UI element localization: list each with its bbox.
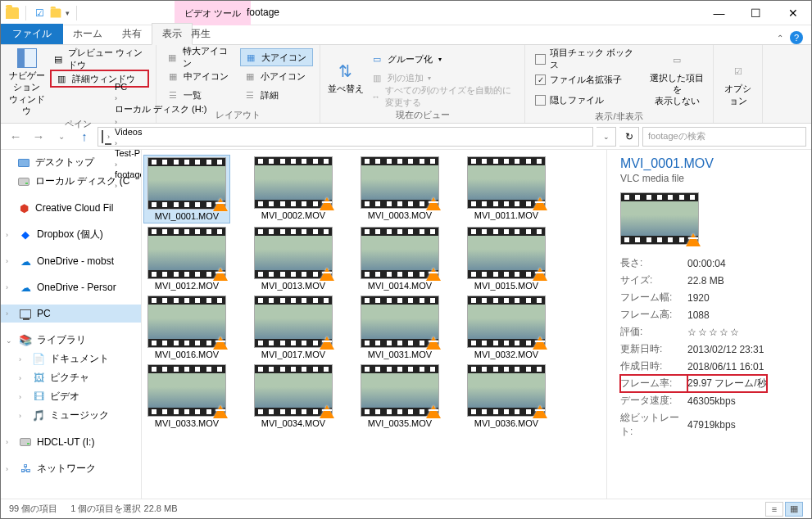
- sidebar-item-documents[interactable]: ›📄ドキュメント: [1, 350, 141, 368]
- file-name: MVI_0017.MOV: [261, 350, 325, 359]
- breadcrumb-segment[interactable]: PC: [112, 82, 209, 92]
- small-icons-button[interactable]: ▦小アイコン: [240, 67, 314, 85]
- minimize-button[interactable]: —: [701, 1, 737, 25]
- sort-button[interactable]: ⇅ 並べ替え: [327, 48, 364, 107]
- expand-icon[interactable]: ›: [6, 231, 14, 239]
- pc-icon: [19, 307, 32, 320]
- file-item[interactable]: MVI_0012.MOV: [143, 225, 230, 292]
- chevron-right-icon[interactable]: ›: [112, 94, 120, 102]
- qat-check-icon[interactable]: ☑: [33, 7, 46, 20]
- vlc-icon: [320, 197, 334, 210]
- property-label: 更新日時:: [620, 341, 687, 358]
- sidebar-item-local-disk[interactable]: ローカル ディスク (C: [1, 172, 141, 191]
- file-extensions-toggle[interactable]: ✓ファイル名拡張子: [532, 70, 645, 88]
- collapse-ribbon-icon[interactable]: ⌃: [777, 34, 783, 43]
- file-item[interactable]: MVI_0033.MOV: [143, 363, 230, 430]
- file-item[interactable]: MVI_0001.MOV: [143, 155, 230, 223]
- sidebar-item-pc[interactable]: ›PC: [1, 305, 141, 323]
- breadcrumb-segment[interactable]: Videos: [112, 127, 209, 137]
- preview-pane-icon: ▤: [53, 52, 64, 65]
- chevron-right-icon[interactable]: ›: [112, 118, 120, 126]
- file-item[interactable]: MVI_0014.MOV: [356, 225, 443, 292]
- vlc-icon: [533, 268, 547, 281]
- sidebar-item-network[interactable]: ›🖧ネットワーク: [1, 459, 141, 478]
- item-checkboxes-toggle[interactable]: 項目チェック ボックス: [532, 50, 645, 68]
- sidebar-item-onedrive-1[interactable]: ›☁OneDrive - mobst: [1, 252, 141, 270]
- search-input[interactable]: footageの検索: [642, 127, 806, 147]
- expand-icon[interactable]: ›: [19, 355, 27, 363]
- navigation-pane-button[interactable]: ナビゲーション ウィンドウ: [7, 48, 47, 116]
- expand-icon[interactable]: ›: [6, 465, 14, 473]
- expand-icon[interactable]: ›: [19, 412, 27, 420]
- sidebar-item-music[interactable]: ›🎵ミュージック: [1, 406, 141, 425]
- file-list[interactable]: MVI_0001.MOVMVI_0002.MOVMVI_0003.MOVMVI_…: [142, 150, 606, 499]
- sidebar-item-libraries[interactable]: ⌄📚ライブラリ: [1, 331, 141, 350]
- maximize-button[interactable]: ☐: [737, 1, 774, 25]
- recent-button[interactable]: ⌄: [52, 127, 71, 147]
- expand-icon[interactable]: ›: [6, 309, 14, 318]
- qat-menu-icon[interactable]: ▾: [66, 9, 70, 17]
- thumbnails-view-toggle[interactable]: ▦: [785, 502, 803, 517]
- property-value: 2013/02/12 23:31: [687, 341, 767, 358]
- hidden-files-toggle[interactable]: 隠しファイル: [532, 91, 645, 109]
- file-item[interactable]: MVI_0031.MOV: [356, 294, 443, 361]
- history-button[interactable]: ⌄: [597, 127, 616, 147]
- expand-icon[interactable]: ›: [19, 374, 27, 382]
- group-label-show-hide: 表示/非表示: [532, 109, 706, 123]
- property-label: 長さ:: [620, 255, 687, 272]
- chevron-right-icon[interactable]: ›: [105, 133, 112, 141]
- breadcrumb-segment[interactable]: ローカル ディスク (H:): [112, 103, 209, 115]
- file-item[interactable]: MVI_0032.MOV: [463, 294, 550, 361]
- property-label: サイズ:: [620, 272, 687, 289]
- sidebar-item-dropbox[interactable]: ›◆Dropbox (個人): [1, 225, 141, 244]
- sidebar-item-video[interactable]: ›🎞ビデオ: [1, 387, 141, 406]
- expand-icon[interactable]: ›: [6, 283, 14, 291]
- tab-play[interactable]: 再生: [175, 24, 227, 44]
- expand-icon[interactable]: ›: [6, 438, 14, 446]
- preview-pane-button[interactable]: ▤プレビュー ウィンドウ: [50, 50, 149, 68]
- file-item[interactable]: MVI_0035.MOV: [356, 363, 443, 430]
- large-icons-button[interactable]: ▦大アイコン: [240, 48, 314, 66]
- file-item[interactable]: MVI_0011.MOV: [463, 155, 550, 223]
- back-button[interactable]: ←: [6, 127, 25, 147]
- close-button[interactable]: ✕: [774, 1, 811, 25]
- vlc-icon: [320, 336, 334, 350]
- collapse-icon[interactable]: ⌄: [6, 336, 14, 345]
- refresh-button[interactable]: ↻: [619, 127, 639, 147]
- qat-folder-icon[interactable]: [49, 7, 62, 20]
- forward-button[interactable]: →: [29, 127, 48, 147]
- size-columns-button[interactable]: ↔すべての列のサイズを自動的に変更する: [367, 88, 518, 106]
- help-icon[interactable]: ?: [790, 31, 803, 44]
- file-item[interactable]: MVI_0003.MOV: [356, 155, 443, 223]
- details-view-toggle[interactable]: ≡: [765, 502, 783, 517]
- hide-selected-button[interactable]: ▭ 選択した項目を 表示しない: [648, 48, 706, 109]
- grid-icon: ▦: [244, 51, 257, 64]
- sidebar-item-desktop[interactable]: デスクトップ: [1, 153, 141, 172]
- expand-icon[interactable]: ›: [19, 393, 27, 401]
- sidebar-item-pictures[interactable]: ›🖼ピクチャ: [1, 368, 141, 387]
- details-view-button[interactable]: ☰詳細: [240, 86, 314, 104]
- file-item[interactable]: MVI_0036.MOV: [463, 363, 550, 430]
- tab-file[interactable]: ファイル: [1, 24, 63, 44]
- file-item[interactable]: MVI_0013.MOV: [250, 225, 337, 292]
- file-item[interactable]: MVI_0016.MOV: [143, 294, 230, 361]
- chevron-right-icon[interactable]: ›: [112, 139, 120, 147]
- file-item[interactable]: MVI_0017.MOV: [250, 294, 337, 361]
- tab-share[interactable]: 共有: [112, 24, 152, 44]
- file-item[interactable]: MVI_0015.MOV: [463, 225, 550, 292]
- expand-icon[interactable]: ›: [6, 257, 14, 265]
- sidebar-item-onedrive-2[interactable]: ›☁OneDrive - Persor: [1, 278, 141, 296]
- navigation-tree[interactable]: デスクトップ ローカル ディスク (C ⬢Creative Cloud Fil …: [1, 150, 142, 499]
- sidebar-item-hdcl[interactable]: ›HDCL-UT (I:): [1, 433, 141, 451]
- breadcrumb[interactable]: › PC›ローカル ディスク (H:)›Videos›Test-Project›…: [98, 127, 593, 147]
- file-item[interactable]: MVI_0034.MOV: [250, 363, 337, 430]
- options-button[interactable]: ☑ オプション: [720, 48, 755, 120]
- tab-home[interactable]: ホーム: [63, 24, 112, 44]
- window-title: footage: [247, 7, 279, 18]
- file-name: MVI_0011.MOV: [474, 210, 538, 220]
- group-by-button[interactable]: ▭グループ化 ▾: [367, 50, 518, 68]
- extra-large-icons-button[interactable]: ▦特大アイコン: [163, 48, 237, 66]
- up-button[interactable]: ↑: [75, 127, 94, 147]
- sidebar-item-creative-cloud[interactable]: ⬢Creative Cloud Fil: [1, 199, 141, 217]
- file-item[interactable]: MVI_0002.MOV: [250, 155, 337, 223]
